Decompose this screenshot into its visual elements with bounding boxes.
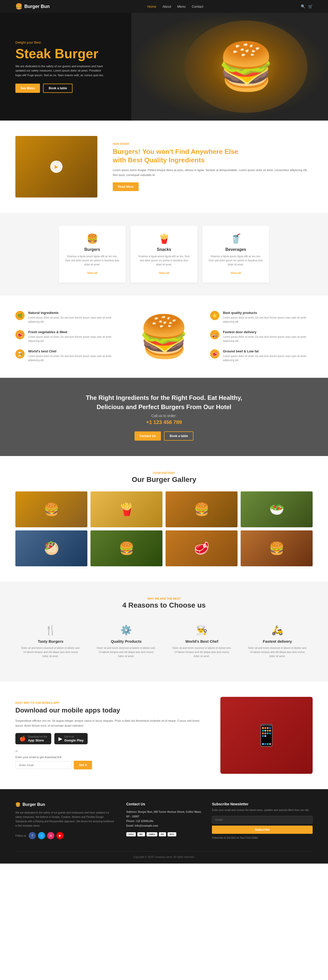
email-download-row: Get it xyxy=(15,761,205,770)
get-link-button[interactable]: Get it xyxy=(74,761,92,770)
feature-beef: 🥩 Ground beef & Low fat Lorem ipsum dolo… xyxy=(210,349,313,363)
cta-phone-label: Call us to order: xyxy=(15,414,313,418)
beef-desc: Lorem ipsum dolor sit amet, Ea sed dum f… xyxy=(223,354,313,363)
beverages-view-all[interactable]: View all xyxy=(231,271,241,274)
category-snacks: 🍟 Snacks Vivamus a ligula ipsum ligula e… xyxy=(131,226,197,283)
gallery-item: 🍔 xyxy=(166,492,238,527)
quality-reason-icon: ⚙️ xyxy=(96,625,156,636)
email-link-label: Enter your email to get download link xyxy=(15,756,205,759)
follow-label: Follow us xyxy=(15,834,26,837)
gallery-item: 🥗 xyxy=(241,492,313,527)
gallery-item: 🍔 xyxy=(15,492,87,527)
snacks-text: Vivamus a ligula ipsum ligula ellit ac l… xyxy=(137,255,191,267)
hero-title-text: Steak Burger xyxy=(15,46,98,61)
beverages-text: Vivamus a ligula ipsum ligula ellit ac l… xyxy=(209,255,263,267)
newsletter-note: Subscribe & Get $10 on Your First Order xyxy=(212,836,313,840)
or-divider: or xyxy=(15,749,205,752)
delivery-reason-icon: 🛵 xyxy=(247,625,307,636)
features-left: 🌿 Natural ingredients Lorem ipsum dolor … xyxy=(15,311,118,363)
gallery-title: Our Burger Gallery xyxy=(15,476,313,484)
story-title-line1: Burgers! You won't Find Anywhere Else xyxy=(113,148,238,156)
quality-desc: Lorem ipsum dolor sit amet, Ea sed dum f… xyxy=(223,316,313,324)
beverages-name: Beverages xyxy=(209,247,263,252)
gallery-tag: Food Battery xyxy=(15,471,313,474)
gallery-item: 🥩 xyxy=(166,530,238,566)
see-menu-button[interactable]: See Menu xyxy=(15,84,40,93)
cta-book-button[interactable]: Book a table xyxy=(164,431,193,441)
youtube-button[interactable]: ▶ xyxy=(56,832,63,839)
hero-buttons: See Menu Book a table xyxy=(15,84,108,93)
burgers-view-all[interactable]: View all xyxy=(87,271,97,274)
vegetables-icon: 🥩 xyxy=(15,330,25,339)
categories-grid: 🍔 Burgers Vivamus a ligula ipsum ligula … xyxy=(15,226,313,283)
category-beverages: 🥤 Beverages Vivamus a ligula ipsum ligul… xyxy=(203,226,269,283)
chef-desc: Lorem ipsum dolor sit amet, Ea sed dum f… xyxy=(28,354,118,363)
nav-home[interactable]: Home xyxy=(147,5,156,8)
quality-reason-name: Quality Products xyxy=(96,639,156,643)
beef-icon: 🥩 xyxy=(210,349,219,358)
newsletter-title: Subscribe Newsletter xyxy=(212,802,313,806)
feature-quality: ⭐ Best quality products Lorem ipsum dolo… xyxy=(210,311,313,324)
category-burgers: 🍔 Burgers Vivamus a ligula ipsum ligula … xyxy=(59,226,125,283)
footer-social-row: Follow us f t in ▶ xyxy=(15,832,116,839)
play-button[interactable]: ▶ xyxy=(50,161,63,173)
snacks-name: Snacks xyxy=(137,247,191,252)
quality-reason-text: Dolor sit and lorem eiusmod ut labore et… xyxy=(96,646,156,659)
appstore-button[interactable]: 🍎 Download on the App Store xyxy=(15,733,51,744)
story-tag: Our Story xyxy=(113,142,313,145)
chef-title: World's best Chef xyxy=(28,349,118,353)
email-input[interactable] xyxy=(15,761,72,769)
reason-tasty: 🍴 Tasty Burgers Dolor sit and lorem eius… xyxy=(15,617,86,666)
reason-delivery: 🛵 Fastest delivery Dolor sit and lorem e… xyxy=(242,617,313,666)
reasons-section: Why we are the best 4 Reasons to Choose … xyxy=(0,582,328,681)
cta-headline: The Right Ingredients for the Right Food… xyxy=(15,393,313,412)
chef-icon: 👨‍🍳 xyxy=(15,349,25,358)
gallery-item: 🍟 xyxy=(90,492,162,527)
cart-icon[interactable]: 🛒 xyxy=(308,4,313,8)
nav-contact[interactable]: Contact xyxy=(192,5,203,8)
footer-grid: 🍔 Burger Bun We are dedicated to the saf… xyxy=(15,802,313,843)
vegetables-desc: Lorem ipsum dolor sit amet, Ea sed dum f… xyxy=(28,335,118,343)
nav-menu[interactable]: Menu xyxy=(177,5,186,8)
apple-icon: 🍎 xyxy=(19,736,26,742)
story-image: ▶ xyxy=(15,136,97,197)
book-table-button[interactable]: Book a table xyxy=(43,84,73,93)
chef-reason-text: Dolor sit and lorem eiusmod ut labore et… xyxy=(172,646,232,659)
tasty-icon: 🍴 xyxy=(21,625,81,636)
feature-chef-text: World's best Chef Lorem ipsum dolor sit … xyxy=(28,349,118,363)
hero-title: Steak Burger xyxy=(15,46,108,61)
nav-about[interactable]: About xyxy=(162,5,171,8)
burger-visual: 🍔 xyxy=(184,21,307,113)
reasons-tag: Why we are the best xyxy=(15,597,313,600)
snacks-view-all[interactable]: View all xyxy=(159,271,169,274)
delivery-title: Fastest door delivery xyxy=(223,330,313,334)
feature-delivery: 🚚 Fastest door delivery Lorem ipsum dolo… xyxy=(210,330,313,343)
app-content: Easy way to use mobile app Download our … xyxy=(15,701,205,770)
app-section: Easy way to use mobile app Download our … xyxy=(0,681,328,789)
googleplay-button[interactable]: ▶ Get it on Google Play xyxy=(54,733,88,744)
story-title-highlight: Ingredients xyxy=(169,156,204,164)
brand-logo[interactable]: 🍔 Burger Bun xyxy=(15,3,50,10)
reasons-grid: 🍴 Tasty Burgers Dolor sit and lorem eius… xyxy=(15,617,313,666)
natural-title: Natural ingredients xyxy=(28,311,118,315)
beverages-icon: 🥤 xyxy=(209,233,263,244)
instagram-button[interactable]: in xyxy=(47,832,54,839)
feature-natural-text: Natural ingredients Lorem ipsum dolor si… xyxy=(28,311,118,324)
twitter-button[interactable]: t xyxy=(38,832,45,839)
delivery-reason-text: Dolor sit and lorem eiusmod ut labore et… xyxy=(247,646,307,659)
app-title: Download our mobile apps today xyxy=(15,706,205,714)
search-icon[interactable]: 🔍 xyxy=(301,4,305,8)
newsletter-email-input[interactable] xyxy=(212,816,313,824)
burgers-name: Burgers xyxy=(65,247,119,252)
tasty-name: Tasty Burgers xyxy=(21,639,81,643)
facebook-button[interactable]: f xyxy=(29,832,36,839)
gallery-section: Food Battery Our Burger Gallery 🍔 🍟 🍔 🥗 … xyxy=(0,456,328,582)
read-more-button[interactable]: Read More xyxy=(113,182,139,191)
features-center-image: 🍔 xyxy=(128,313,200,361)
hero-subtitle: Delight your Best. xyxy=(15,41,108,45)
footer-newsletter: Subscribe Newsletter Enter your email an… xyxy=(212,802,313,843)
subscribe-button[interactable]: Subscribe xyxy=(212,826,313,834)
vegetables-title: Fresh vegetables & Meet xyxy=(28,330,118,334)
app-tag: Easy way to use mobile app xyxy=(15,701,205,704)
cta-contact-button[interactable]: Contact Us xyxy=(135,431,161,441)
